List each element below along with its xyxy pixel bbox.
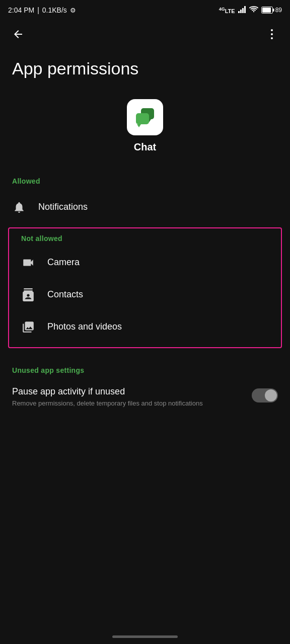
unused-settings-label: Unused app settings (12, 366, 278, 374)
app-icon-section: Chat (0, 94, 290, 173)
pause-activity-title: Pause app activity if unused (12, 386, 244, 397)
bell-icon (12, 200, 26, 214)
home-indicator (112, 635, 178, 638)
app-icon-wrapper (127, 99, 163, 135)
permission-photos[interactable]: Photos and videos (9, 311, 281, 343)
status-right: 4GLTE 89 (219, 6, 282, 15)
photos-icon (21, 320, 35, 334)
svg-rect-5 (262, 8, 271, 13)
allowed-section: Allowed Notifications (0, 173, 290, 223)
status-left: 2:04 PM | 0.1KB/s ⚙ (8, 6, 76, 14)
permission-camera[interactable]: Camera (9, 247, 281, 279)
toggle-knob (265, 389, 277, 401)
contacts-icon (21, 288, 35, 302)
not-allowed-section-label: Not allowed (9, 228, 281, 247)
photos-label: Photos and videos (47, 321, 122, 332)
permission-notifications[interactable]: Notifications (0, 191, 290, 223)
top-nav (0, 20, 290, 48)
svg-rect-2 (242, 8, 244, 13)
pause-activity-toggle[interactable] (252, 388, 278, 403)
back-arrow-icon (12, 28, 24, 40)
status-bar: 2:04 PM | 0.1KB/s ⚙ 4GLTE (0, 0, 290, 20)
more-options-button[interactable] (262, 24, 282, 44)
three-dots-icon (271, 29, 273, 39)
svg-rect-0 (238, 11, 240, 13)
gear-icon: ⚙ (70, 7, 76, 14)
signal-icon (238, 6, 246, 15)
app-name: Chat (134, 141, 156, 153)
battery-icon: 89 (261, 7, 282, 14)
camera-label: Camera (47, 257, 80, 268)
network-speed-value: 0.1KB/s (42, 6, 67, 14)
battery-percent: 89 (275, 7, 282, 14)
pause-activity-item[interactable]: Pause app activity if unused Remove perm… (12, 382, 278, 412)
not-allowed-container: Not allowed Camera Contacts Photos and v… (8, 227, 282, 348)
lte-icon: 4GLTE (219, 7, 235, 14)
svg-rect-6 (273, 9, 274, 12)
notifications-label: Notifications (38, 202, 88, 212)
pause-activity-text: Pause app activity if unused Remove perm… (12, 386, 244, 408)
back-button[interactable] (8, 24, 28, 44)
page-title: App permissions (12, 58, 278, 79)
svg-rect-3 (244, 6, 246, 13)
svg-rect-10 (136, 113, 149, 124)
contacts-label: Contacts (47, 289, 83, 300)
permission-contacts[interactable]: Contacts (9, 279, 281, 311)
wifi-icon (249, 6, 258, 15)
unused-settings-section: Unused app settings Pause app activity i… (0, 352, 290, 412)
time-display: 2:04 PM (8, 6, 34, 14)
pause-activity-desc: Remove permissions, delete temporary fil… (12, 399, 244, 408)
svg-rect-1 (240, 10, 242, 13)
allowed-section-label: Allowed (0, 173, 290, 191)
camera-icon (21, 256, 35, 270)
chat-app-icon (132, 104, 158, 130)
network-speed: | (37, 6, 39, 14)
page-title-section: App permissions (0, 48, 290, 94)
